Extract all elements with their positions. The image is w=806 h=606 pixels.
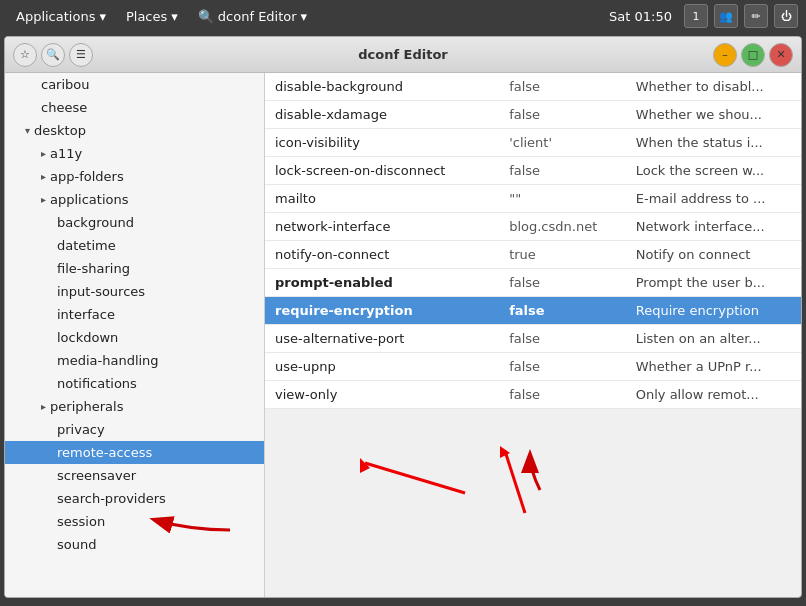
desc-cell: Lock the screen w... — [626, 157, 801, 185]
sidebar-item-remote-access[interactable]: remote-access — [5, 441, 264, 464]
table-row[interactable]: notify-on-connecttrueNotify on connect — [265, 241, 801, 269]
key-cell: use-alternative-port — [265, 325, 499, 353]
expand-arrow-icon: ▸ — [41, 171, 46, 182]
sidebar-item-label: datetime — [57, 238, 116, 253]
people-icon-btn[interactable]: 👥 — [714, 4, 738, 28]
sidebar-item-label: background — [57, 215, 134, 230]
desc-cell: Network interface... — [626, 213, 801, 241]
svg-line-2 — [505, 451, 525, 513]
sidebar-item-label: file-sharing — [57, 261, 130, 276]
applications-arrow-icon: ▾ — [99, 9, 106, 24]
table-row[interactable]: disable-xdamagefalseWhether we shou... — [265, 101, 801, 129]
sidebar-item-lockdown[interactable]: lockdown — [5, 326, 264, 349]
svg-line-0 — [365, 463, 465, 493]
dconf-menu[interactable]: 🔍 dconf Editor ▾ — [190, 5, 315, 28]
arrow-annotation-1 — [360, 458, 465, 493]
bookmark-button[interactable]: ☆ — [13, 43, 37, 67]
svg-marker-1 — [360, 458, 370, 473]
value-cell: blog.csdn.net — [499, 213, 626, 241]
table-row[interactable]: require-encryptionfalseRequire encryptio… — [265, 297, 801, 325]
sidebar-item-applications[interactable]: ▸applications — [5, 188, 264, 211]
key-cell: disable-xdamage — [265, 101, 499, 129]
table-row[interactable]: view-onlyfalseOnly allow remot... — [265, 381, 801, 409]
applications-menu[interactable]: Applications ▾ — [8, 5, 114, 28]
sidebar-item-notifications[interactable]: notifications — [5, 372, 264, 395]
close-button[interactable]: ✕ — [769, 43, 793, 67]
edit-icon-btn[interactable]: ✏ — [744, 4, 768, 28]
value-cell: 'client' — [499, 129, 626, 157]
table-row[interactable]: icon-visibility'client'When the status i… — [265, 129, 801, 157]
annotation-container: disable-backgroundfalseWhether to disabl… — [265, 73, 801, 597]
sidebar-item-a11y[interactable]: ▸a11y — [5, 142, 264, 165]
desc-cell: Listen on an alter... — [626, 325, 801, 353]
key-cell: require-encryption — [265, 297, 499, 325]
value-cell: false — [499, 269, 626, 297]
value-cell: false — [499, 353, 626, 381]
sidebar-item-label: privacy — [57, 422, 105, 437]
minimize-button[interactable]: – — [713, 43, 737, 67]
sidebar-item-input-sources[interactable]: input-sources — [5, 280, 264, 303]
sidebar-item-label: remote-access — [57, 445, 152, 460]
value-cell: false — [499, 325, 626, 353]
sidebar-item-desktop[interactable]: ▾desktop — [5, 119, 264, 142]
desc-cell: Require encryption — [626, 297, 801, 325]
sidebar-item-cheese[interactable]: cheese — [5, 96, 264, 119]
expand-arrow-icon: ▸ — [41, 194, 46, 205]
key-cell: disable-background — [265, 73, 499, 101]
hamburger-button[interactable]: ☰ — [69, 43, 93, 67]
sidebar-item-label: screensaver — [57, 468, 136, 483]
sidebar-item-privacy[interactable]: privacy — [5, 418, 264, 441]
sidebar-item-screensaver[interactable]: screensaver — [5, 464, 264, 487]
key-cell: icon-visibility — [265, 129, 499, 157]
desc-cell: Whether a UPnP r... — [626, 353, 801, 381]
workspace-indicator[interactable]: 1 — [684, 4, 708, 28]
applications-label: Applications — [16, 9, 95, 24]
sidebar-item-label: sound — [57, 537, 96, 552]
sidebar: cariboucheese▾desktop▸a11y▸app-folders▸a… — [5, 73, 265, 597]
clock: Sat 01:50 — [609, 9, 672, 24]
key-cell: network-interface — [265, 213, 499, 241]
desc-cell: When the status i... — [626, 129, 801, 157]
sidebar-item-media-handling[interactable]: media-handling — [5, 349, 264, 372]
table-row[interactable]: mailto""E-mail address to ... — [265, 185, 801, 213]
value-cell: false — [499, 381, 626, 409]
dconf-editor-window: ☆ 🔍 ☰ dconf Editor – □ ✕ cariboucheese▾d… — [4, 36, 802, 598]
places-menu[interactable]: Places ▾ — [118, 5, 186, 28]
sidebar-item-app-folders[interactable]: ▸app-folders — [5, 165, 264, 188]
table-row[interactable]: disable-backgroundfalseWhether to disabl… — [265, 73, 801, 101]
sidebar-item-label: peripherals — [50, 399, 123, 414]
maximize-button[interactable]: □ — [741, 43, 765, 67]
table-row[interactable]: use-upnpfalseWhether a UPnP r... — [265, 353, 801, 381]
key-cell: mailto — [265, 185, 499, 213]
sidebar-item-session[interactable]: session — [5, 510, 264, 533]
key-cell: notify-on-connect — [265, 241, 499, 269]
table-row[interactable]: network-interfaceblog.csdn.netNetwork in… — [265, 213, 801, 241]
svg-marker-3 — [500, 446, 510, 458]
sidebar-item-interface[interactable]: interface — [5, 303, 264, 326]
sidebar-item-label: applications — [50, 192, 128, 207]
power-icon-btn[interactable]: ⏻ — [774, 4, 798, 28]
sidebar-item-search-providers[interactable]: search-providers — [5, 487, 264, 510]
sidebar-item-file-sharing[interactable]: file-sharing — [5, 257, 264, 280]
sidebar-item-label: notifications — [57, 376, 137, 391]
sidebar-item-sound[interactable]: sound — [5, 533, 264, 556]
sidebar-item-caribou[interactable]: caribou — [5, 73, 264, 96]
sidebar-item-label: session — [57, 514, 105, 529]
dconf-arrow-icon: ▾ — [301, 9, 308, 24]
table-row[interactable]: use-alternative-portfalseListen on an al… — [265, 325, 801, 353]
table-row[interactable]: prompt-enabledfalsePrompt the user b... — [265, 269, 801, 297]
sidebar-item-datetime[interactable]: datetime — [5, 234, 264, 257]
desc-cell: Notify on connect — [626, 241, 801, 269]
sidebar-item-background[interactable]: background — [5, 211, 264, 234]
search-button[interactable]: 🔍 — [41, 43, 65, 67]
value-cell: true — [499, 241, 626, 269]
desc-cell: Whether to disabl... — [626, 73, 801, 101]
sidebar-item-label: input-sources — [57, 284, 145, 299]
main-content: cariboucheese▾desktop▸a11y▸app-folders▸a… — [5, 73, 801, 597]
table-row[interactable]: lock-screen-on-disconnectfalseLock the s… — [265, 157, 801, 185]
desc-cell: Only allow remot... — [626, 381, 801, 409]
arrow-annotation-2 — [500, 446, 525, 513]
value-cell: false — [499, 101, 626, 129]
sidebar-item-peripherals[interactable]: ▸peripherals — [5, 395, 264, 418]
key-cell: view-only — [265, 381, 499, 409]
